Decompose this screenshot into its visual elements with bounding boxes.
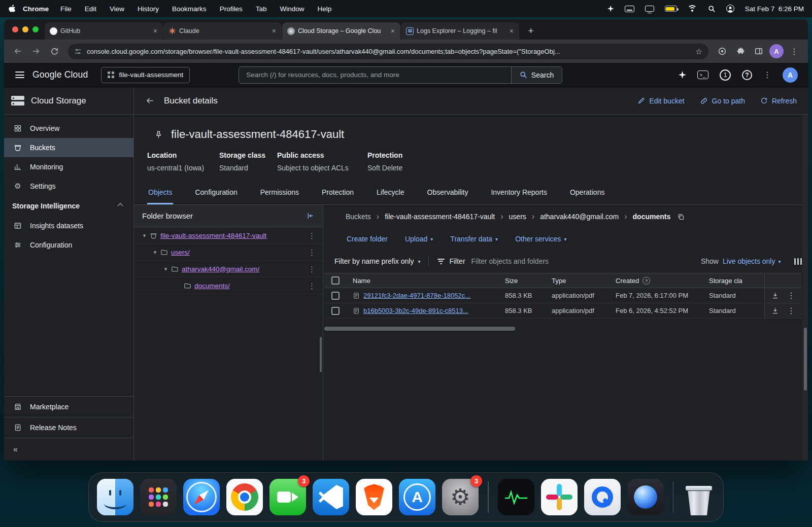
gcp-account-avatar[interactable]: A [783, 67, 798, 83]
tree-item-bucket[interactable]: ▾ file-vault-assessment-484617-vault ⋮ [134, 227, 323, 244]
google-cloud-logo[interactable]: Google Cloud [32, 69, 88, 80]
cloud-shell-icon[interactable]: >_ [697, 71, 708, 79]
tree-item-menu-icon[interactable]: ⋮ [304, 265, 320, 273]
object-link[interactable]: b16b5003-3b2c-49de-891c-c8513... [363, 307, 468, 314]
refresh-button[interactable]: Refresh [760, 97, 797, 105]
gcp-more-icon[interactable]: ⋮ [763, 71, 771, 79]
launchpad-dock-icon[interactable] [140, 479, 177, 515]
tree-link[interactable]: documents/ [194, 282, 230, 290]
maximize-window-button[interactable] [32, 26, 39, 32]
column-storage-class[interactable]: Storage cla [703, 277, 764, 285]
main-scrollbar-thumb[interactable] [804, 328, 807, 391]
tree-item-documents[interactable]: documents/ ⋮ [134, 277, 323, 294]
other-services-button[interactable]: Other services▾ [515, 235, 566, 243]
help-circle-icon[interactable]: ? [642, 277, 650, 285]
new-tab-button[interactable]: + [524, 24, 538, 38]
menubar-app-name[interactable]: Chrome [23, 5, 49, 13]
horizontal-scrollbar[interactable] [324, 327, 515, 331]
download-icon[interactable] [771, 307, 779, 314]
gcp-search-bar[interactable]: Search [239, 66, 562, 84]
column-type[interactable]: Type [546, 277, 610, 285]
tab-observability[interactable]: Observability [426, 182, 469, 204]
project-selector[interactable]: file-vault-assessment [101, 67, 190, 83]
show-filter-dropdown[interactable]: Live objects only ▾ [723, 257, 781, 265]
tab-logs-explorer[interactable]: Logs Explorer – Logging – fil × [401, 22, 519, 40]
close-tab-icon[interactable]: × [389, 27, 396, 35]
help-icon[interactable]: ? [742, 70, 752, 80]
filter-objects-input[interactable] [471, 257, 694, 265]
vscode-dock-icon[interactable] [313, 479, 349, 515]
sidebar-item-insights-datasets[interactable]: Insights datasets [4, 216, 133, 235]
wifi-icon[interactable] [688, 5, 697, 12]
sidebar-item-release-notes[interactable]: Release Notes [4, 417, 133, 438]
sidebar-item-marketplace[interactable]: Marketplace [4, 397, 133, 417]
app-store-dock-icon[interactable]: A [399, 479, 435, 515]
menu-window[interactable]: Window [280, 5, 304, 13]
browser-menu-icon[interactable]: ⋮ [787, 44, 802, 59]
breadcrumb-user-email[interactable]: atharvak440@gmail.com [540, 213, 619, 221]
tree-link[interactable]: file-vault-assessment-484617-vault [160, 232, 266, 239]
select-all-checkbox[interactable] [331, 276, 340, 285]
nav-menu-icon[interactable] [15, 72, 24, 78]
camera-app-dock-icon[interactable] [627, 479, 664, 515]
quicktime-dock-icon[interactable] [584, 479, 621, 515]
upload-button[interactable]: Upload▾ [405, 235, 433, 243]
menubar-clock[interactable]: Sat Feb 7 6:26 PM [745, 5, 804, 13]
tab-claude[interactable]: Claude × [163, 22, 282, 40]
forward-icon[interactable] [28, 44, 44, 59]
menu-bookmarks[interactable]: Bookmarks [172, 5, 207, 13]
browser-profile-avatar[interactable]: A [769, 44, 784, 58]
close-tab-icon[interactable]: × [508, 27, 515, 35]
column-settings-icon[interactable] [794, 258, 802, 265]
facetime-dock-icon[interactable]: 3 [269, 479, 306, 515]
gemini-icon[interactable] [679, 71, 686, 79]
tab-protection[interactable]: Protection [321, 182, 355, 204]
create-folder-button[interactable]: Create folder [347, 235, 388, 243]
back-arrow-icon[interactable] [145, 96, 155, 106]
user-switch-icon[interactable] [726, 5, 734, 13]
tree-item-menu-icon[interactable]: ⋮ [304, 232, 320, 239]
address-bar[interactable]: console.cloud.google.com/storage/browser… [68, 44, 708, 59]
system-settings-dock-icon[interactable]: ⚙3 [442, 479, 479, 515]
menu-file[interactable]: File [60, 5, 72, 13]
go-to-path-button[interactable]: Go to path [700, 97, 745, 105]
collapse-panel-icon[interactable] [306, 212, 315, 220]
breadcrumb-bucket-name[interactable]: file-vault-assessment-484617-vault [385, 213, 495, 221]
tab-search-icon[interactable] [751, 44, 766, 59]
chrome-dock-icon[interactable] [226, 479, 263, 515]
close-tab-icon[interactable]: × [152, 27, 159, 35]
spotlight-icon[interactable] [708, 5, 716, 13]
gcp-search-input[interactable] [239, 67, 511, 83]
tree-item-users[interactable]: ▾ users/ ⋮ [134, 244, 323, 261]
tab-cloud-storage[interactable]: Cloud Storage – Google Clou × [282, 22, 400, 40]
tree-scrollbar[interactable] [320, 337, 322, 372]
sidebar-item-buckets[interactable]: Buckets [4, 138, 133, 157]
table-row[interactable]: 29121fc3-2dae-4971-878e-18052c... 858.3 … [324, 288, 802, 303]
slack-dock-icon[interactable] [541, 479, 578, 515]
finder-dock-icon[interactable] [97, 479, 133, 515]
safari-dock-icon[interactable] [183, 479, 220, 515]
site-settings-icon[interactable] [74, 48, 82, 55]
extensions-icon[interactable] [733, 44, 748, 59]
shortcuts-icon[interactable] [607, 6, 614, 12]
breadcrumb-buckets[interactable]: Buckets [346, 213, 371, 221]
download-icon[interactable] [771, 292, 779, 299]
tab-configuration[interactable]: Configuration [194, 182, 238, 204]
minimize-window-button[interactable] [22, 26, 28, 32]
tree-link[interactable]: users/ [171, 249, 190, 256]
close-window-button[interactable] [12, 26, 18, 32]
column-created[interactable]: Created? [610, 277, 703, 285]
table-row[interactable]: b16b5003-3b2c-49de-891c-c8513... 858.3 K… [324, 303, 802, 319]
battery-icon[interactable] [665, 6, 677, 12]
menu-profiles[interactable]: Profiles [220, 5, 243, 13]
bookmark-star-icon[interactable]: ☆ [695, 47, 702, 56]
menu-view[interactable]: View [110, 5, 124, 13]
collapse-sidebar-icon[interactable]: « [4, 438, 133, 461]
caret-down-icon[interactable]: ▾ [151, 249, 159, 256]
row-checkbox[interactable] [331, 307, 340, 315]
tree-item-user-email[interactable]: ▾ atharvak440@gmail.com/ ⋮ [134, 261, 323, 277]
tree-link[interactable]: atharvak440@gmail.com/ [182, 265, 259, 273]
menu-help[interactable]: Help [317, 5, 331, 13]
object-link[interactable]: 29121fc3-2dae-4971-878e-18052c... [363, 292, 470, 299]
copy-path-icon[interactable] [677, 213, 685, 221]
